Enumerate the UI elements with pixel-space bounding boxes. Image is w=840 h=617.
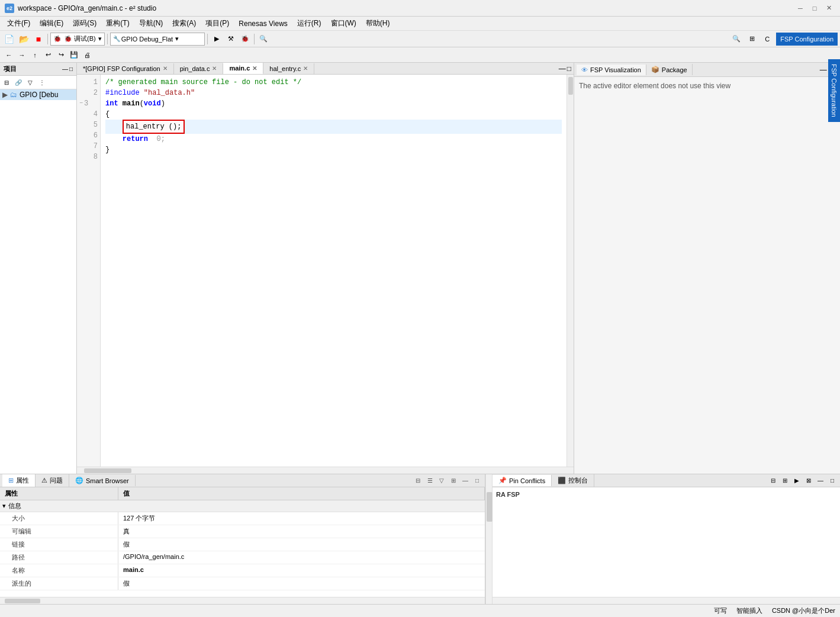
pin-console-content: RA FSP bbox=[493, 487, 840, 597]
bottom-panel-max-btn[interactable]: □ bbox=[472, 475, 482, 486]
view-menu-btn[interactable]: ⋮ bbox=[37, 77, 47, 88]
tab-console[interactable]: ⬛ 控制台 bbox=[552, 474, 594, 487]
prop-group-info-header[interactable]: ▾ 信息 bbox=[0, 500, 485, 512]
tab-pin-data[interactable]: pin_data.c ✕ bbox=[174, 63, 224, 74]
tab-pin-conflicts[interactable]: 📌 Pin Conflicts bbox=[493, 475, 552, 486]
menu-refactor[interactable]: 重构(T) bbox=[101, 17, 134, 30]
fsp-min-btn[interactable]: — bbox=[818, 66, 829, 74]
prop-row-link: 链接 假 bbox=[0, 538, 485, 551]
bottom-panel-min-btn[interactable]: — bbox=[460, 475, 471, 486]
search-icon[interactable]: 🔍 bbox=[730, 33, 743, 46]
tab-smart-browser[interactable]: 🌐 Smart Browser bbox=[69, 475, 136, 486]
fsp-config-btn[interactable]: FSP Configuration bbox=[776, 33, 838, 46]
toolbar-build-button[interactable]: ⚒ bbox=[224, 33, 237, 46]
tab-hal-entry[interactable]: hal_entry.c ✕ bbox=[263, 63, 314, 74]
toolbar-open-button[interactable]: 📂 bbox=[17, 33, 31, 46]
project-icon: 🗂 bbox=[10, 91, 17, 99]
editor-hscrollbar[interactable] bbox=[77, 467, 574, 474]
undo-button[interactable]: ↩ bbox=[41, 49, 54, 62]
fsp-config-side-tab[interactable]: FSP Configuration bbox=[828, 63, 840, 122]
tab-hal-entry-close[interactable]: ✕ bbox=[303, 65, 308, 72]
maximize-button[interactable]: □ bbox=[808, 2, 821, 14]
right-panel: 👁 FSP Visualization 📦 Package — □ The ac… bbox=[574, 63, 840, 474]
code-string-2: "hal_data.h" bbox=[144, 89, 195, 97]
prop-row-derived: 派生的 假 bbox=[0, 577, 485, 590]
properties-icon: ⊞ bbox=[8, 477, 14, 484]
close-button[interactable]: ✕ bbox=[822, 2, 835, 14]
bottom-panel-popup-btn[interactable]: ⊟ bbox=[413, 475, 423, 486]
project-tree-item-gpio[interactable]: ▶ 🗂 GPIO [Debu bbox=[0, 89, 76, 100]
vscroll-thumb[interactable] bbox=[568, 77, 573, 95]
prop-group-expand-icon: ▾ bbox=[2, 502, 6, 510]
hscroll-thumb[interactable] bbox=[84, 468, 131, 473]
pin-console-btn-2[interactable]: ⊞ bbox=[780, 475, 790, 486]
config-arrow: ▾ bbox=[175, 35, 179, 43]
line-num-8: 8 bbox=[79, 152, 98, 162]
tab-main-c[interactable]: main.c ✕ bbox=[223, 63, 263, 74]
pin-console-panel: 📌 Pin Conflicts ⬛ 控制台 ⊟ ⊞ ▶ ⊠ — □ RA FSP bbox=[493, 474, 840, 604]
code-editor[interactable]: /* generated main source file - do not e… bbox=[101, 75, 567, 467]
tab-main-c-close[interactable]: ✕ bbox=[252, 65, 257, 72]
tab-properties[interactable]: ⊞ 属性 bbox=[2, 474, 36, 487]
panel-maximize-btn[interactable]: □ bbox=[69, 66, 73, 72]
forward-button[interactable]: → bbox=[15, 49, 28, 62]
editor-maximize-btn[interactable]: □ bbox=[567, 65, 571, 73]
perspective-btn[interactable]: ⊞ bbox=[745, 33, 758, 46]
minimize-button[interactable]: ─ bbox=[794, 2, 807, 14]
editor-vscrollbar[interactable] bbox=[567, 75, 574, 467]
menu-window[interactable]: 窗口(W) bbox=[326, 17, 361, 30]
tab-issues[interactable]: ⚠ 问题 bbox=[36, 474, 69, 487]
prop-row-name: 名称 main.c bbox=[0, 564, 485, 577]
redo-button[interactable]: ↪ bbox=[54, 49, 67, 62]
bottom-panel-col-btn[interactable]: ⊞ bbox=[448, 475, 459, 486]
tab-package[interactable]: 📦 Package bbox=[646, 64, 693, 75]
prop-name-editable: 可编辑 bbox=[0, 525, 118, 538]
up-button[interactable]: ↑ bbox=[28, 49, 41, 62]
menu-run[interactable]: 运行(R) bbox=[292, 17, 326, 30]
menu-source[interactable]: 源码(S) bbox=[68, 17, 101, 30]
toolbar-run-button[interactable]: ▶ bbox=[210, 33, 223, 46]
pin-console-btn-3[interactable]: ▶ bbox=[791, 475, 802, 486]
back-button[interactable]: ← bbox=[2, 49, 15, 62]
tab-fsp-config[interactable]: *[GPIO] FSP Configuration ✕ bbox=[77, 63, 174, 74]
toolbar-debug-button[interactable]: 🐞 bbox=[239, 33, 252, 46]
toolbar-new-button[interactable]: 📄 bbox=[2, 33, 16, 46]
props-vscrollbar[interactable] bbox=[485, 474, 493, 604]
print-button[interactable]: 🖨 bbox=[81, 49, 94, 62]
filter-btn[interactable]: ▽ bbox=[25, 77, 36, 88]
menu-renesas[interactable]: Renesas Views bbox=[234, 18, 292, 29]
tab-fsp-visualization[interactable]: 👁 FSP Visualization bbox=[577, 65, 646, 75]
props-vscroll-thumb[interactable] bbox=[487, 492, 493, 522]
tab-main-c-label: main.c bbox=[229, 65, 250, 72]
menu-search[interactable]: 搜索(A) bbox=[168, 17, 201, 30]
cpp-btn[interactable]: C bbox=[761, 33, 774, 46]
toolbar-search-button[interactable]: 🔍 bbox=[257, 33, 270, 46]
tab-fsp-config-close[interactable]: ✕ bbox=[163, 65, 168, 72]
menu-edit[interactable]: 编辑(E) bbox=[35, 17, 68, 30]
pin-console-min[interactable]: — bbox=[815, 475, 826, 486]
menu-project[interactable]: 项目(P) bbox=[201, 17, 234, 30]
debug-config-dropdown[interactable]: 🐞 🐞 调试(B) ▾ bbox=[50, 33, 105, 46]
bottom-panel-list-btn[interactable]: ☰ bbox=[424, 475, 435, 486]
code-line-2: #include "hal_data.h" bbox=[105, 88, 562, 98]
pin-console-btn-4[interactable]: ⊠ bbox=[803, 475, 814, 486]
props-hscroll[interactable] bbox=[0, 597, 485, 604]
editor-minimize-btn[interactable]: — bbox=[559, 65, 566, 73]
link-with-editor-btn[interactable]: 🔗 bbox=[13, 77, 24, 88]
props-hscroll-thumb[interactable] bbox=[5, 599, 40, 603]
menu-file[interactable]: 文件(F) bbox=[2, 17, 35, 30]
pin-console-hscroll[interactable] bbox=[493, 597, 840, 604]
toolbar-stop-button[interactable]: ■ bbox=[32, 33, 45, 46]
menu-help[interactable]: 帮助(H) bbox=[361, 17, 395, 30]
menu-navigate[interactable]: 导航(N) bbox=[134, 17, 168, 30]
save-button[interactable]: 💾 bbox=[67, 49, 81, 62]
line-num-3: −3 bbox=[79, 98, 98, 109]
bottom-panel-filter-btn[interactable]: ▽ bbox=[436, 475, 447, 486]
collapse-all-btn[interactable]: ⊟ bbox=[1, 77, 12, 88]
panel-minimize-btn[interactable]: — bbox=[62, 66, 68, 72]
config-dropdown[interactable]: 🔧 GPIO Debug_Flat ▾ bbox=[110, 33, 205, 46]
tab-pin-data-close[interactable]: ✕ bbox=[212, 65, 217, 72]
pin-console-max[interactable]: □ bbox=[827, 475, 838, 486]
editor-code-area: 1 2 −3 4 5 6 7 8 /* generated main sourc… bbox=[77, 75, 574, 467]
pin-console-btn-1[interactable]: ⊟ bbox=[768, 475, 778, 486]
